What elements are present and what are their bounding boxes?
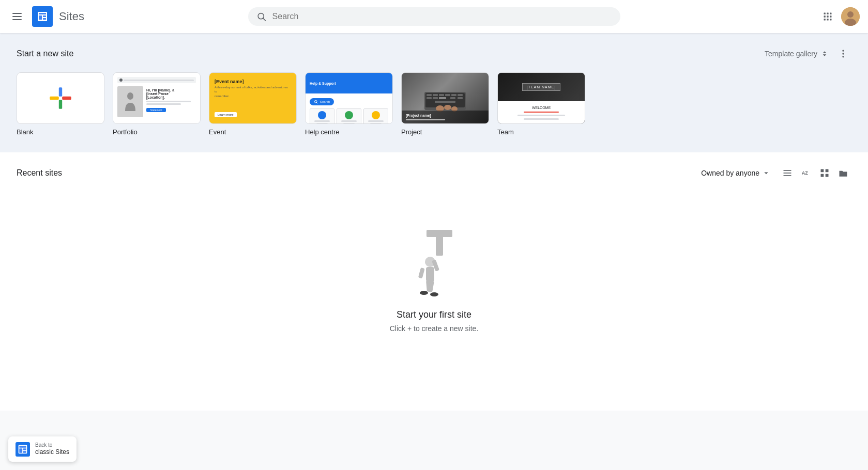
- team-thumb-content: [TEAM NAME] WELCOME: [498, 73, 585, 123]
- more-vert-icon: [838, 49, 848, 59]
- owned-by-filter[interactable]: Owned by anyone: [697, 165, 775, 181]
- search-input[interactable]: [272, 12, 612, 21]
- event-thumb-content: [Event name] A three-day summit of talks…: [209, 73, 296, 123]
- svg-text:AZ: AZ: [802, 170, 809, 176]
- svg-point-20: [842, 50, 844, 52]
- svg-rect-11: [824, 15, 826, 17]
- svg-rect-24: [59, 100, 62, 109]
- svg-rect-43: [435, 101, 455, 103]
- svg-rect-4: [43, 15, 46, 17]
- template-section: Start a new site Template gallery: [0, 33, 868, 152]
- recent-controls: Owned by anyone: [697, 165, 851, 181]
- template-card-team[interactable]: [TEAM NAME] WELCOME Team: [497, 72, 585, 136]
- svg-point-22: [842, 56, 844, 57]
- search-icon: [256, 11, 266, 22]
- team-template-label: Team: [497, 128, 585, 136]
- svg-rect-41: [450, 97, 455, 99]
- google-apps-button[interactable]: [818, 7, 837, 26]
- event-template-thumb[interactable]: [Event name] A three-day summit of talks…: [209, 72, 297, 124]
- portfolio-thumb-content: Hi, I'm [Name], a[Insert Prose[Location]…: [113, 73, 200, 123]
- portfolio-template-label: Portfolio: [113, 128, 201, 136]
- team-template-thumb[interactable]: [TEAM NAME] WELCOME: [497, 72, 585, 124]
- help-template-thumb[interactable]: Help & Support Search: [305, 72, 393, 124]
- svg-line-29: [316, 102, 317, 103]
- more-options-button[interactable]: [835, 45, 851, 62]
- project-template-label: Project: [401, 128, 489, 136]
- template-header-right: Template gallery: [760, 45, 851, 62]
- svg-rect-38: [427, 97, 432, 99]
- svg-rect-12: [827, 15, 828, 17]
- colorful-plus-svg: [48, 83, 73, 114]
- empty-state-illustration: [403, 225, 465, 297]
- svg-rect-33: [433, 94, 438, 96]
- svg-rect-68: [23, 448, 26, 450]
- svg-point-21: [842, 53, 844, 54]
- svg-rect-2: [39, 13, 46, 14]
- header: Sites: [0, 0, 868, 33]
- svg-point-64: [430, 292, 438, 296]
- svg-point-63: [420, 291, 428, 295]
- svg-rect-53: [821, 174, 824, 177]
- back-to-classic-button[interactable]: Back to classic Sites: [8, 436, 77, 462]
- svg-rect-23: [59, 87, 62, 97]
- header-right: [756, 7, 860, 26]
- template-card-help[interactable]: Help & Support Search: [305, 72, 393, 136]
- svg-rect-47: [784, 170, 791, 171]
- header-left: Sites: [8, 6, 112, 27]
- search-bar: [248, 7, 620, 26]
- svg-rect-15: [827, 19, 828, 20]
- svg-rect-25: [50, 97, 59, 100]
- svg-rect-40: [439, 97, 446, 99]
- expand-icon: [820, 50, 829, 58]
- folder-view-button[interactable]: [835, 165, 851, 181]
- svg-rect-56: [436, 230, 443, 256]
- svg-rect-5: [43, 18, 46, 20]
- start-new-site-title: Start a new site: [17, 49, 73, 58]
- template-header: Start a new site Template gallery: [17, 45, 851, 62]
- template-card-project[interactable]: [Project name] Project: [401, 72, 489, 136]
- app-title: Sites: [59, 10, 84, 23]
- portfolio-template-thumb[interactable]: Hi, I'm [Name], a[Insert Prose[Location]…: [113, 72, 201, 124]
- sort-icon: AZ: [801, 168, 811, 178]
- grid-view-icon: [819, 168, 830, 178]
- svg-rect-16: [830, 19, 831, 20]
- hamburger-menu-button[interactable]: [8, 9, 26, 24]
- template-gallery-button[interactable]: Template gallery: [760, 46, 833, 61]
- blank-template-thumb[interactable]: [17, 72, 104, 124]
- sites-logo-svg: [36, 10, 49, 23]
- svg-rect-37: [458, 94, 463, 96]
- empty-state: Start your first site Click + to create …: [17, 194, 851, 364]
- templates-grid: Blank: [17, 72, 851, 136]
- empty-state-title: Start your first site: [397, 309, 471, 320]
- main-content: Start a new site Template gallery: [0, 33, 868, 470]
- view-icons: AZ: [779, 165, 851, 181]
- template-card-blank[interactable]: Blank: [17, 72, 104, 136]
- grid-view-button[interactable]: [816, 165, 833, 181]
- avatar[interactable]: [841, 7, 860, 26]
- back-to-classic-text: Back to classic Sites: [35, 442, 69, 457]
- dropdown-arrow-icon: [762, 168, 771, 178]
- svg-rect-14: [824, 19, 826, 20]
- sort-button[interactable]: AZ: [798, 165, 814, 181]
- svg-point-27: [127, 92, 133, 100]
- empty-state-subtitle: Click + to create a new site.: [390, 324, 479, 333]
- svg-rect-58: [426, 267, 434, 281]
- template-card-event[interactable]: [Event name] A three-day summit of talks…: [209, 72, 297, 136]
- template-card-portfolio[interactable]: Hi, I'm [Name], a[Insert Prose[Location]…: [113, 72, 201, 136]
- svg-rect-60: [418, 268, 424, 278]
- svg-rect-54: [826, 174, 829, 177]
- project-template-thumb[interactable]: [Project name]: [401, 72, 489, 124]
- svg-rect-52: [826, 169, 829, 173]
- svg-point-18: [847, 11, 854, 18]
- svg-rect-69: [23, 451, 26, 452]
- recent-sites-title: Recent sites: [17, 168, 62, 178]
- svg-rect-34: [439, 94, 444, 96]
- svg-rect-67: [19, 448, 22, 452]
- svg-rect-8: [824, 13, 826, 14]
- event-template-label: Event: [209, 128, 297, 136]
- list-view-button[interactable]: [779, 165, 796, 181]
- svg-rect-48: [784, 173, 791, 174]
- svg-rect-36: [451, 94, 456, 96]
- help-template-label: Help centre: [305, 128, 393, 136]
- svg-rect-35: [445, 94, 450, 96]
